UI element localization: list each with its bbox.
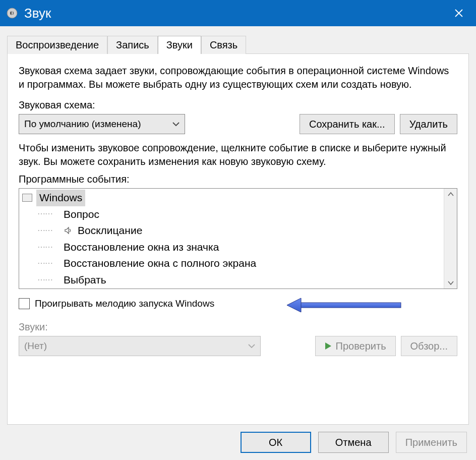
tree-connector: ⋯⋯	[37, 274, 60, 286]
tree-connector: ⋯⋯	[37, 257, 60, 270]
dialog-footer: ОК Отмена Применить	[7, 425, 469, 453]
ok-button[interactable]: ОК	[241, 432, 311, 453]
tree-item[interactable]: ⋯⋯ Вопрос	[19, 206, 444, 223]
dropdown-value: По умолчанию (изменена)	[24, 119, 141, 130]
tree-root[interactable]: Windows	[19, 190, 444, 206]
tab-label: Связь	[210, 39, 237, 50]
scheme-dropdown[interactable]: По умолчанию (изменена)	[19, 114, 185, 134]
tree-item-label: Восстановление окна из значка	[64, 239, 219, 256]
button-label: Сохранить как...	[309, 119, 385, 130]
apply-button: Применить	[396, 432, 467, 453]
svg-point-0	[7, 8, 17, 18]
startup-sound-label: Проигрывать мелодию запуска Windows	[35, 298, 214, 309]
svg-rect-1	[300, 303, 401, 308]
tree-root-label: Windows	[36, 190, 85, 206]
speaker-icon	[64, 226, 74, 235]
sound-icon	[6, 7, 18, 19]
scroll-up-icon[interactable]	[448, 192, 454, 197]
browse-button: Обзор...	[401, 336, 457, 356]
tab-label: Запись	[116, 39, 149, 50]
tab-panel-sounds: Звуковая схема задает звуки, сопровождаю…	[7, 53, 469, 425]
button-label: Удалить	[409, 119, 448, 130]
chevron-down-icon	[248, 343, 255, 349]
save-as-button[interactable]: Сохранить как...	[300, 114, 395, 134]
tree-item-label: Выбрать	[64, 272, 106, 289]
play-icon	[325, 342, 332, 350]
sound-file-dropdown: (Нет)	[19, 336, 261, 356]
scheme-description: Звуковая схема задает звуки, сопровождаю…	[19, 64, 457, 91]
tree-connector: ⋯⋯	[37, 208, 60, 220]
dropdown-value: (Нет)	[24, 340, 47, 352]
button-label: Обзор...	[410, 340, 448, 352]
startup-sound-checkbox[interactable]	[19, 298, 30, 309]
scheme-label: Звуковая схема:	[19, 99, 457, 111]
client-area: Воспроизведение Запись Звуки Связь Звуко…	[0, 26, 476, 460]
scrollbar[interactable]	[444, 189, 457, 289]
chevron-down-icon	[172, 122, 180, 127]
button-label: Проверить	[336, 340, 386, 352]
tree-connector: ⋯⋯	[37, 241, 60, 254]
button-label: ОК	[269, 437, 282, 448]
titlebar: Звук	[0, 0, 476, 26]
tab-strip: Воспроизведение Запись Звуки Связь	[7, 35, 469, 53]
scroll-down-icon[interactable]	[448, 280, 454, 285]
tree-item-label: Вопрос	[64, 206, 99, 223]
delete-button[interactable]: Удалить	[400, 114, 457, 134]
tree-item-label: Восстановление окна с полного экрана	[64, 255, 256, 272]
events-label: Программные события:	[19, 174, 457, 185]
tree-connector: ⋯⋯	[37, 224, 60, 237]
tree-item[interactable]: ⋯⋯ Восстановление окна из значка	[19, 239, 444, 256]
tab-communications[interactable]: Связь	[201, 36, 246, 54]
tab-label: Воспроизведение	[16, 39, 99, 50]
annotation-arrow	[286, 297, 402, 312]
events-listbox[interactable]: Windows ⋯⋯ Вопрос ⋯⋯ Восклицание ⋯⋯ Восс…	[19, 188, 457, 289]
window-title: Звук	[24, 6, 444, 21]
sounds-label: Звуки:	[19, 321, 457, 333]
cancel-button[interactable]: Отмена	[318, 432, 389, 453]
tab-playback[interactable]: Воспроизведение	[7, 36, 107, 54]
tab-label: Звуки	[166, 39, 193, 50]
window-group-icon	[22, 194, 32, 202]
events-description: Чтобы изменить звуковое сопровождение, щ…	[19, 141, 457, 168]
button-label: Отмена	[335, 437, 372, 448]
tree-item[interactable]: ⋯⋯ Восстановление окна с полного экрана	[19, 255, 444, 272]
tree-item[interactable]: ⋯⋯ Восклицание	[19, 222, 444, 239]
close-button[interactable]	[444, 0, 474, 26]
tab-sounds[interactable]: Звуки	[158, 36, 201, 54]
test-button: Проверить	[315, 336, 396, 356]
tree-item-label: Восклицание	[78, 222, 142, 239]
tree-item[interactable]: ⋯⋯ Выбрать	[19, 272, 444, 289]
tab-recording[interactable]: Запись	[107, 36, 158, 54]
button-label: Применить	[405, 437, 457, 448]
